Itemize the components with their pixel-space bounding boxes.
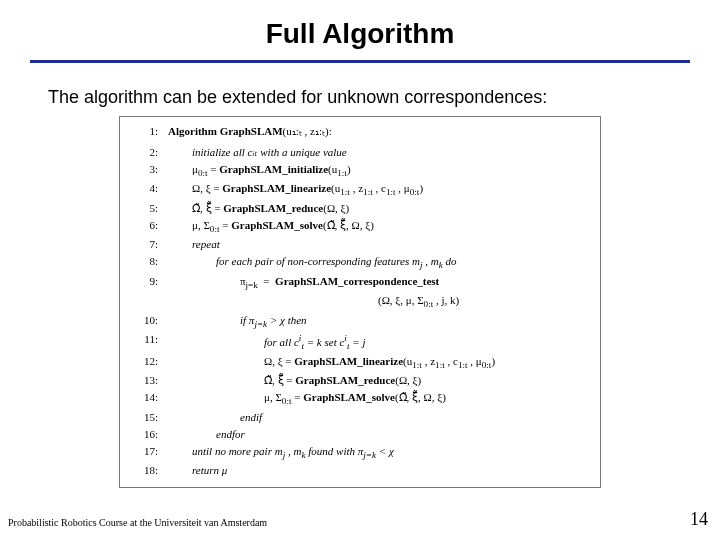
algo-num: 3: — [134, 161, 168, 180]
title-underline — [30, 60, 690, 63]
algo-text: μ, Σ0:t = GraphSLAM_solve(Ω̃, ξ̃, Ω, ξ) — [168, 389, 590, 408]
algo-call: GraphSLAM_correspondence_test — [275, 275, 439, 287]
slide-title: Full Algorithm — [0, 0, 720, 60]
algo-text: Ω̃, ξ̃ = GraphSLAM_reduce(Ω, ξ) — [168, 372, 590, 389]
algo-text: repeat — [168, 236, 590, 253]
algo-text: πj=k = GraphSLAM_correspondence_test — [168, 273, 590, 292]
algo-text: until no more pair mj , mk found with πj… — [168, 443, 590, 462]
page-number: 14 — [690, 509, 708, 530]
algo-num: 18: — [134, 462, 168, 479]
algo-text: Ω, ξ = GraphSLAM_linearize(u1:t , z1:t ,… — [168, 180, 590, 199]
algo-text: endfor — [168, 426, 590, 443]
algo-text: initialize all cᵢₜ with a unique value — [168, 144, 590, 161]
algo-text: Ω, ξ = GraphSLAM_linearize(u1:t , z1:t ,… — [168, 353, 590, 372]
algo-line-7: 7: repeat — [134, 236, 590, 253]
algo-num: 15: — [134, 409, 168, 426]
algo-line-11: 11: for all cit = k set cit = j — [134, 331, 590, 353]
algo-num: 1: — [134, 123, 168, 140]
algo-num: 9: — [134, 273, 168, 292]
algo-num: 8: — [134, 253, 168, 272]
algo-line-18: 18: return μ — [134, 462, 590, 479]
algo-line-4: 4: Ω, ξ = GraphSLAM_linearize(u1:t , z1:… — [134, 180, 590, 199]
algo-line-3: 3: μ0:t = GraphSLAM_initialize(u1:t) — [134, 161, 590, 180]
slide-subtitle: The algorithm can be extended for unknow… — [48, 87, 672, 108]
algo-num: 7: — [134, 236, 168, 253]
slide-root: Full Algorithm The algorithm can be exte… — [0, 0, 720, 540]
algo-text: for each pair of non-corresponding featu… — [168, 253, 590, 272]
algo-num: 12: — [134, 353, 168, 372]
algo-line-15: 15: endif — [134, 409, 590, 426]
algo-line-9b: (Ω, ξ, μ, Σ0:t , j, k) — [134, 292, 590, 311]
algo-line-5: 5: Ω̃, ξ̃ = GraphSLAM_reduce(Ω, ξ) — [134, 200, 590, 217]
algo-line-8: 8: for each pair of non-corresponding fe… — [134, 253, 590, 272]
algo-text: if πj=k > χ then — [168, 312, 590, 331]
algo-text: endif — [168, 409, 590, 426]
algo-line-6: 6: μ, Σ0:t = GraphSLAM_solve(Ω̃, ξ̃, Ω, … — [134, 217, 590, 236]
algo-text: for all cit = k set cit = j — [168, 331, 590, 353]
algo-num: 4: — [134, 180, 168, 199]
algo-line-2: 2: initialize all cᵢₜ with a unique valu… — [134, 144, 590, 161]
algo-text: μ, Σ0:t = GraphSLAM_solve(Ω̃, ξ̃, Ω, ξ) — [168, 217, 590, 236]
algo-num: 13: — [134, 372, 168, 389]
algo-line-17: 17: until no more pair mj , mk found wit… — [134, 443, 590, 462]
algo-num: 6: — [134, 217, 168, 236]
algo-line-16: 16: endfor — [134, 426, 590, 443]
algo-num: 2: — [134, 144, 168, 161]
algo-line-13: 13: Ω̃, ξ̃ = GraphSLAM_reduce(Ω, ξ) — [134, 372, 590, 389]
algo-line-10: 10: if πj=k > χ then — [134, 312, 590, 331]
algo-num: 16: — [134, 426, 168, 443]
algo-line-9: 9: πj=k = GraphSLAM_correspondence_test — [134, 273, 590, 292]
algo-line-14: 14: μ, Σ0:t = GraphSLAM_solve(Ω̃, ξ̃, Ω,… — [134, 389, 590, 408]
algo-header-args: (u₁:ₜ , z₁:ₜ): — [283, 125, 332, 137]
algo-text: Ω̃, ξ̃ = GraphSLAM_reduce(Ω, ξ) — [168, 200, 590, 217]
algo-text: Algorithm GraphSLAM(u₁:ₜ , z₁:ₜ): — [168, 123, 590, 140]
algo-num: 11: — [134, 331, 168, 353]
algorithm-box: 1: Algorithm GraphSLAM(u₁:ₜ , z₁:ₜ): 2: … — [119, 116, 601, 488]
footer-left: Probabilistic Robotics Course at the Uni… — [8, 517, 267, 528]
algo-num — [134, 292, 168, 311]
algo-line-12: 12: Ω, ξ = GraphSLAM_linearize(u1:t , z1… — [134, 353, 590, 372]
algo-num: 10: — [134, 312, 168, 331]
algo-line-1: 1: Algorithm GraphSLAM(u₁:ₜ , z₁:ₜ): — [134, 123, 590, 140]
algo-num: 5: — [134, 200, 168, 217]
algo-text: return μ — [168, 462, 590, 479]
algo-num: 17: — [134, 443, 168, 462]
algo-num: 14: — [134, 389, 168, 408]
algo-text: (Ω, ξ, μ, Σ0:t , j, k) — [168, 292, 590, 311]
algo-text: μ0:t = GraphSLAM_initialize(u1:t) — [168, 161, 590, 180]
algo-header-label: Algorithm GraphSLAM — [168, 125, 283, 137]
